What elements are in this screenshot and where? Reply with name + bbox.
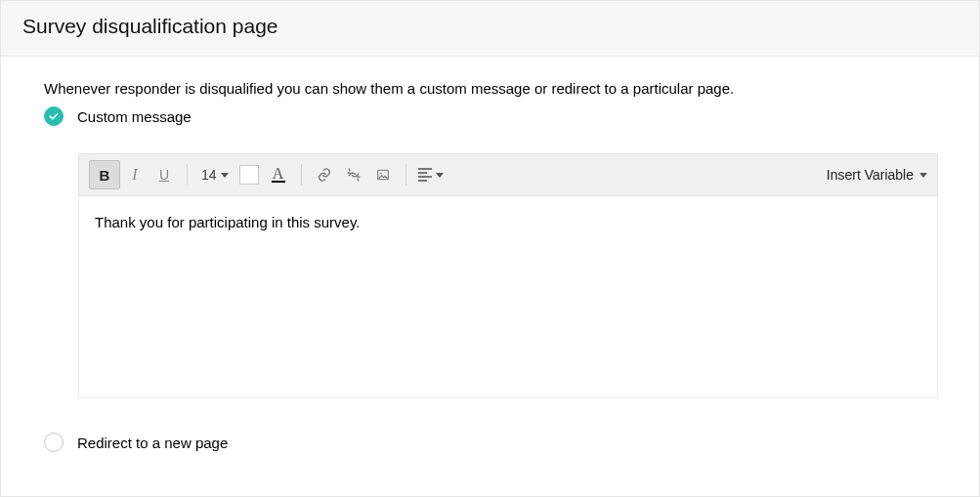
link-icon [317, 167, 332, 183]
page-header: Survey disqualification page [1, 1, 979, 57]
radio-redirect[interactable] [44, 433, 64, 452]
color-swatch-icon [239, 165, 259, 185]
insert-image-button[interactable] [368, 161, 398, 188]
editor-toolbar: B I U 14 [78, 153, 938, 196]
font-size-dropdown[interactable]: 14 [195, 161, 234, 188]
unlink-icon [346, 167, 362, 183]
toolbar-divider [187, 164, 188, 186]
italic-button[interactable]: I [120, 161, 149, 188]
rich-text-editor: B I U 14 [78, 153, 938, 398]
text-color-bar-icon [272, 181, 285, 183]
align-left-icon [418, 168, 432, 182]
option-custom-message[interactable]: Custom message [44, 106, 940, 126]
toolbar-divider [405, 164, 406, 186]
remove-link-button[interactable] [339, 161, 368, 188]
chevron-down-icon [221, 173, 229, 178]
chevron-down-icon [919, 173, 927, 178]
toolbar-divider [301, 164, 302, 186]
image-icon [375, 167, 391, 183]
insert-variable-dropdown[interactable]: Insert Variable [827, 167, 927, 183]
text-align-dropdown[interactable] [414, 168, 447, 182]
text-color-button[interactable]: A [264, 161, 293, 188]
svg-point-1 [380, 173, 382, 175]
content-area: Whenever responder is disqualified you c… [1, 57, 979, 472]
panel: Survey disqualification page Whenever re… [0, 0, 980, 497]
chevron-down-icon [436, 173, 444, 178]
text-color-a-icon: A [273, 167, 284, 181]
check-icon [48, 110, 60, 122]
editor-content: Thank you for participating in this surv… [95, 214, 361, 230]
option-redirect[interactable]: Redirect to a new page [44, 433, 940, 452]
font-size-value: 14 [201, 167, 217, 183]
option-redirect-label: Redirect to a new page [77, 435, 228, 451]
radio-custom-message[interactable] [44, 106, 64, 126]
toolbar-left-group: B I U 14 [89, 160, 447, 189]
page-title: Survey disqualification page [22, 15, 958, 38]
intro-text: Whenever responder is disqualified you c… [44, 80, 940, 97]
background-color-button[interactable] [234, 161, 264, 188]
underline-button[interactable]: U [149, 161, 179, 188]
bold-button[interactable]: B [89, 160, 120, 189]
editor-textarea[interactable]: Thank you for participating in this surv… [78, 196, 938, 398]
insert-link-button[interactable] [310, 161, 339, 188]
option-custom-message-label: Custom message [77, 108, 192, 125]
insert-variable-label: Insert Variable [827, 167, 914, 183]
